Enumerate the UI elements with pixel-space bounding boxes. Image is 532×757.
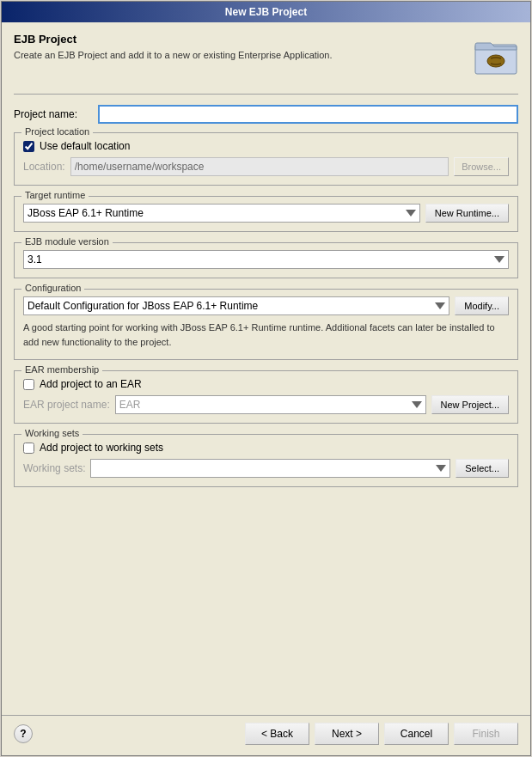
footer: ? < Back Next > Cancel Finish <box>2 715 530 755</box>
ejb-project-icon <box>474 33 518 80</box>
ejb-module-version-label: EJB module version <box>21 236 113 247</box>
header-title: EJB Project <box>14 33 333 46</box>
working-sets-row: Working sets: Select... <box>23 459 509 478</box>
modify-button[interactable]: Modify... <box>455 296 509 315</box>
browse-button[interactable]: Browse... <box>454 157 509 176</box>
header-separator <box>14 94 518 95</box>
use-default-location-checkbox-label: Use default location <box>40 140 130 152</box>
configuration-select[interactable]: Default Configuration for JBoss EAP 6.1+… <box>23 296 449 315</box>
working-sets-label: Working sets <box>21 428 83 438</box>
configuration-group: Configuration Default Configuration for … <box>14 289 518 360</box>
finish-button[interactable]: Finish <box>454 723 518 745</box>
working-sets-field-label: Working sets: <box>23 462 85 474</box>
project-location-label: Project location <box>21 126 93 137</box>
svg-point-1 <box>487 55 504 67</box>
config-row: Default Configuration for JBoss EAP 6.1+… <box>23 296 509 315</box>
project-location-group: Project location Use default location Lo… <box>14 132 518 186</box>
location-input[interactable] <box>70 157 449 176</box>
working-sets-group: Working sets Add project to working sets… <box>14 434 518 487</box>
configuration-description: A good starting point for working with J… <box>23 319 509 351</box>
footer-left: ? <box>14 724 33 743</box>
ear-membership-group: EAR membership Add project to an EAR EAR… <box>14 370 518 424</box>
ear-project-name-label: EAR project name: <box>23 399 110 411</box>
select-working-sets-button[interactable]: Select... <box>456 459 509 478</box>
add-working-sets-checkbox[interactable] <box>23 443 34 454</box>
dialog: New EJB Project EJB Project Create an EJ… <box>1 1 531 756</box>
location-label: Location: <box>23 161 65 173</box>
add-working-sets-row: Add project to working sets <box>23 442 509 454</box>
add-ear-checkbox[interactable] <box>23 379 34 390</box>
title-bar: New EJB Project <box>2 2 530 22</box>
next-button[interactable]: Next > <box>315 723 379 745</box>
ejb-version-select[interactable]: 3.1 <box>23 250 509 269</box>
cancel-button[interactable]: Cancel <box>384 723 449 745</box>
back-button[interactable]: < Back <box>245 723 309 745</box>
project-name-label: Project name: <box>14 108 91 120</box>
header-text: EJB Project Create an EJB Project and ad… <box>14 33 333 62</box>
ear-project-select[interactable]: EAR <box>115 395 426 414</box>
project-name-input[interactable] <box>98 105 518 124</box>
help-button[interactable]: ? <box>14 724 33 743</box>
target-runtime-group: Target runtime JBoss EAP 6.1+ Runtime Ne… <box>14 196 518 232</box>
configuration-label: Configuration <box>21 283 84 293</box>
use-default-location-row: Use default location <box>23 140 509 152</box>
dialog-title: New EJB Project <box>225 6 307 18</box>
working-sets-select[interactable] <box>90 459 450 478</box>
add-working-sets-checkbox-label: Add project to working sets <box>40 442 163 454</box>
target-runtime-label: Target runtime <box>21 190 89 200</box>
new-project-button[interactable]: New Project... <box>431 395 509 414</box>
ejb-module-version-group: EJB module version 3.1 <box>14 242 518 278</box>
project-name-row: Project name: <box>14 105 518 124</box>
ear-membership-label: EAR membership <box>21 364 102 375</box>
ear-project-row: EAR project name: EAR New Project... <box>23 395 509 414</box>
new-runtime-button[interactable]: New Runtime... <box>425 204 509 223</box>
use-default-location-checkbox[interactable] <box>23 141 34 152</box>
runtime-select[interactable]: JBoss EAP 6.1+ Runtime <box>23 204 420 223</box>
location-row: Location: Browse... <box>23 157 509 176</box>
runtime-row: JBoss EAP 6.1+ Runtime New Runtime... <box>23 204 509 223</box>
main-content: EJB Project Create an EJB Project and ad… <box>2 22 530 715</box>
header-section: EJB Project Create an EJB Project and ad… <box>14 33 518 80</box>
add-ear-checkbox-label: Add project to an EAR <box>40 378 142 390</box>
header-description: Create an EJB Project and add it to a ne… <box>14 49 333 62</box>
footer-buttons: < Back Next > Cancel Finish <box>245 723 518 745</box>
add-ear-row: Add project to an EAR <box>23 378 509 390</box>
